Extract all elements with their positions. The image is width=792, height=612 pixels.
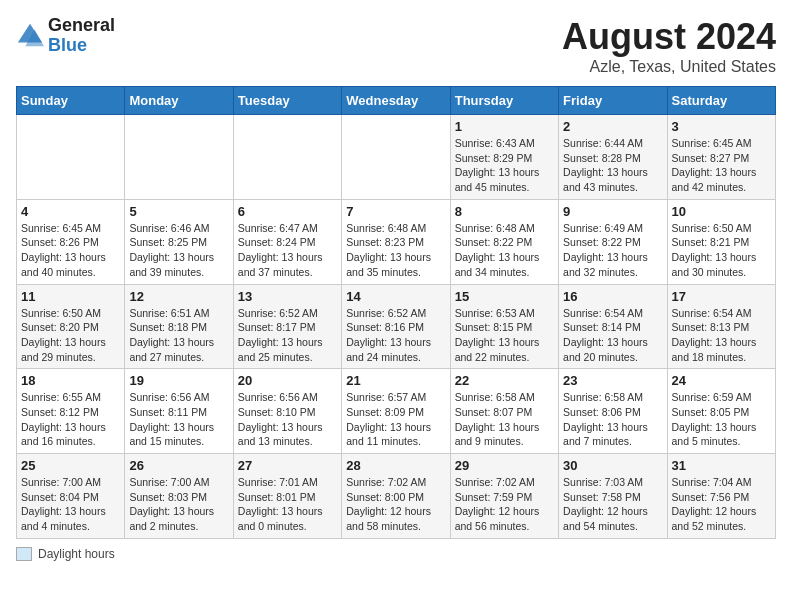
day-info: Sunrise: 6:50 AMSunset: 8:21 PMDaylight:… xyxy=(672,221,771,280)
calendar-cell xyxy=(17,115,125,200)
calendar-cell: 9Sunrise: 6:49 AMSunset: 8:22 PMDaylight… xyxy=(559,199,667,284)
calendar-cell: 17Sunrise: 6:54 AMSunset: 8:13 PMDayligh… xyxy=(667,284,775,369)
calendar-cell: 25Sunrise: 7:00 AMSunset: 8:04 PMDayligh… xyxy=(17,454,125,539)
calendar-table: SundayMondayTuesdayWednesdayThursdayFrid… xyxy=(16,86,776,539)
logo-general: General xyxy=(48,15,115,35)
calendar-cell: 10Sunrise: 6:50 AMSunset: 8:21 PMDayligh… xyxy=(667,199,775,284)
day-info: Sunrise: 6:57 AMSunset: 8:09 PMDaylight:… xyxy=(346,390,445,449)
logo-icon xyxy=(16,22,44,50)
day-info: Sunrise: 6:55 AMSunset: 8:12 PMDaylight:… xyxy=(21,390,120,449)
day-info: Sunrise: 7:00 AMSunset: 8:03 PMDaylight:… xyxy=(129,475,228,534)
day-number: 13 xyxy=(238,289,337,304)
weekday-header: Wednesday xyxy=(342,87,450,115)
day-info: Sunrise: 6:54 AMSunset: 8:14 PMDaylight:… xyxy=(563,306,662,365)
day-number: 30 xyxy=(563,458,662,473)
day-info: Sunrise: 7:00 AMSunset: 8:04 PMDaylight:… xyxy=(21,475,120,534)
calendar-cell: 20Sunrise: 6:56 AMSunset: 8:10 PMDayligh… xyxy=(233,369,341,454)
weekday-header: Sunday xyxy=(17,87,125,115)
weekday-header: Monday xyxy=(125,87,233,115)
calendar-cell: 7Sunrise: 6:48 AMSunset: 8:23 PMDaylight… xyxy=(342,199,450,284)
day-number: 2 xyxy=(563,119,662,134)
calendar-cell: 8Sunrise: 6:48 AMSunset: 8:22 PMDaylight… xyxy=(450,199,558,284)
logo-blue: Blue xyxy=(48,35,87,55)
calendar-cell xyxy=(233,115,341,200)
calendar-cell: 28Sunrise: 7:02 AMSunset: 8:00 PMDayligh… xyxy=(342,454,450,539)
day-number: 14 xyxy=(346,289,445,304)
calendar-cell: 6Sunrise: 6:47 AMSunset: 8:24 PMDaylight… xyxy=(233,199,341,284)
day-number: 25 xyxy=(21,458,120,473)
day-info: Sunrise: 6:47 AMSunset: 8:24 PMDaylight:… xyxy=(238,221,337,280)
calendar-cell: 29Sunrise: 7:02 AMSunset: 7:59 PMDayligh… xyxy=(450,454,558,539)
day-number: 3 xyxy=(672,119,771,134)
day-info: Sunrise: 6:45 AMSunset: 8:26 PMDaylight:… xyxy=(21,221,120,280)
day-number: 6 xyxy=(238,204,337,219)
calendar-header-row: SundayMondayTuesdayWednesdayThursdayFrid… xyxy=(17,87,776,115)
day-number: 31 xyxy=(672,458,771,473)
day-info: Sunrise: 6:54 AMSunset: 8:13 PMDaylight:… xyxy=(672,306,771,365)
calendar-week-row: 25Sunrise: 7:00 AMSunset: 8:04 PMDayligh… xyxy=(17,454,776,539)
day-number: 27 xyxy=(238,458,337,473)
weekday-header: Thursday xyxy=(450,87,558,115)
day-info: Sunrise: 6:44 AMSunset: 8:28 PMDaylight:… xyxy=(563,136,662,195)
day-info: Sunrise: 6:59 AMSunset: 8:05 PMDaylight:… xyxy=(672,390,771,449)
page-title: August 2024 xyxy=(562,16,776,58)
calendar-cell xyxy=(342,115,450,200)
day-number: 10 xyxy=(672,204,771,219)
legend-label: Daylight hours xyxy=(38,547,115,561)
day-info: Sunrise: 6:58 AMSunset: 8:07 PMDaylight:… xyxy=(455,390,554,449)
calendar-cell: 31Sunrise: 7:04 AMSunset: 7:56 PMDayligh… xyxy=(667,454,775,539)
calendar-cell: 15Sunrise: 6:53 AMSunset: 8:15 PMDayligh… xyxy=(450,284,558,369)
calendar-cell: 12Sunrise: 6:51 AMSunset: 8:18 PMDayligh… xyxy=(125,284,233,369)
title-block: August 2024 Azle, Texas, United States xyxy=(562,16,776,76)
day-number: 1 xyxy=(455,119,554,134)
day-number: 22 xyxy=(455,373,554,388)
day-info: Sunrise: 7:03 AMSunset: 7:58 PMDaylight:… xyxy=(563,475,662,534)
calendar-cell: 21Sunrise: 6:57 AMSunset: 8:09 PMDayligh… xyxy=(342,369,450,454)
calendar-week-row: 18Sunrise: 6:55 AMSunset: 8:12 PMDayligh… xyxy=(17,369,776,454)
day-number: 29 xyxy=(455,458,554,473)
day-info: Sunrise: 6:46 AMSunset: 8:25 PMDaylight:… xyxy=(129,221,228,280)
day-info: Sunrise: 6:43 AMSunset: 8:29 PMDaylight:… xyxy=(455,136,554,195)
day-number: 18 xyxy=(21,373,120,388)
calendar-week-row: 4Sunrise: 6:45 AMSunset: 8:26 PMDaylight… xyxy=(17,199,776,284)
calendar-cell: 30Sunrise: 7:03 AMSunset: 7:58 PMDayligh… xyxy=(559,454,667,539)
calendar-cell: 11Sunrise: 6:50 AMSunset: 8:20 PMDayligh… xyxy=(17,284,125,369)
day-info: Sunrise: 6:52 AMSunset: 8:16 PMDaylight:… xyxy=(346,306,445,365)
calendar-cell: 2Sunrise: 6:44 AMSunset: 8:28 PMDaylight… xyxy=(559,115,667,200)
calendar-cell: 26Sunrise: 7:00 AMSunset: 8:03 PMDayligh… xyxy=(125,454,233,539)
day-info: Sunrise: 7:04 AMSunset: 7:56 PMDaylight:… xyxy=(672,475,771,534)
day-number: 5 xyxy=(129,204,228,219)
day-number: 23 xyxy=(563,373,662,388)
day-number: 20 xyxy=(238,373,337,388)
day-info: Sunrise: 7:02 AMSunset: 8:00 PMDaylight:… xyxy=(346,475,445,534)
day-number: 24 xyxy=(672,373,771,388)
day-info: Sunrise: 6:56 AMSunset: 8:11 PMDaylight:… xyxy=(129,390,228,449)
calendar-week-row: 11Sunrise: 6:50 AMSunset: 8:20 PMDayligh… xyxy=(17,284,776,369)
legend-color-box xyxy=(16,547,32,561)
calendar-cell: 18Sunrise: 6:55 AMSunset: 8:12 PMDayligh… xyxy=(17,369,125,454)
calendar-cell: 1Sunrise: 6:43 AMSunset: 8:29 PMDaylight… xyxy=(450,115,558,200)
day-info: Sunrise: 6:48 AMSunset: 8:23 PMDaylight:… xyxy=(346,221,445,280)
page-subtitle: Azle, Texas, United States xyxy=(562,58,776,76)
calendar-cell: 27Sunrise: 7:01 AMSunset: 8:01 PMDayligh… xyxy=(233,454,341,539)
calendar-cell xyxy=(125,115,233,200)
day-info: Sunrise: 6:56 AMSunset: 8:10 PMDaylight:… xyxy=(238,390,337,449)
logo: General Blue xyxy=(16,16,115,56)
day-info: Sunrise: 6:53 AMSunset: 8:15 PMDaylight:… xyxy=(455,306,554,365)
day-number: 15 xyxy=(455,289,554,304)
calendar-cell: 22Sunrise: 6:58 AMSunset: 8:07 PMDayligh… xyxy=(450,369,558,454)
day-number: 19 xyxy=(129,373,228,388)
day-info: Sunrise: 6:52 AMSunset: 8:17 PMDaylight:… xyxy=(238,306,337,365)
day-number: 12 xyxy=(129,289,228,304)
day-info: Sunrise: 6:58 AMSunset: 8:06 PMDaylight:… xyxy=(563,390,662,449)
calendar-week-row: 1Sunrise: 6:43 AMSunset: 8:29 PMDaylight… xyxy=(17,115,776,200)
weekday-header: Tuesday xyxy=(233,87,341,115)
legend: Daylight hours xyxy=(16,547,776,561)
calendar-cell: 13Sunrise: 6:52 AMSunset: 8:17 PMDayligh… xyxy=(233,284,341,369)
calendar-cell: 4Sunrise: 6:45 AMSunset: 8:26 PMDaylight… xyxy=(17,199,125,284)
day-number: 11 xyxy=(21,289,120,304)
day-number: 26 xyxy=(129,458,228,473)
day-info: Sunrise: 6:51 AMSunset: 8:18 PMDaylight:… xyxy=(129,306,228,365)
day-number: 17 xyxy=(672,289,771,304)
day-number: 21 xyxy=(346,373,445,388)
